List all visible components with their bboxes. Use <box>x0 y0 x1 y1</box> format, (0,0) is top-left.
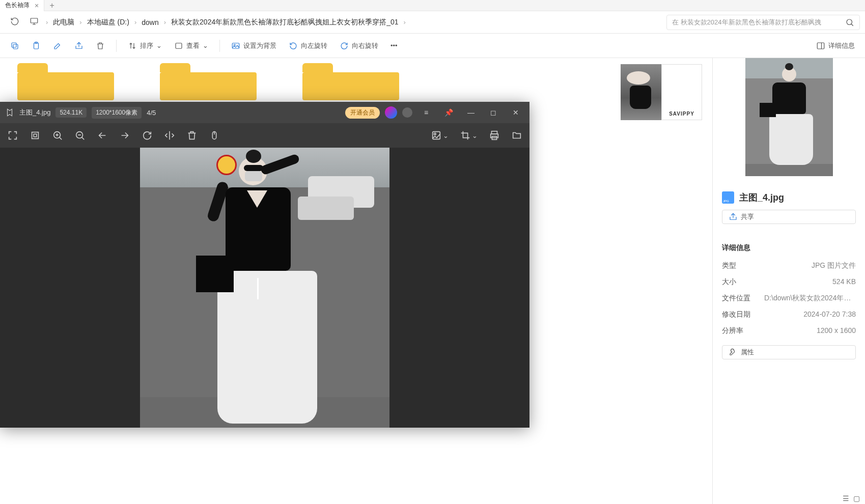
paste-button[interactable] <box>26 38 46 53</box>
prev-button[interactable] <box>97 130 108 141</box>
svg-rect-3 <box>12 43 16 47</box>
chevron-right-icon: › <box>77 18 83 26</box>
chevron-right-icon: › <box>162 18 168 26</box>
divider <box>219 40 220 52</box>
viewer-image-area[interactable] <box>0 148 529 428</box>
refresh-icon[interactable] <box>5 17 24 27</box>
jpg-icon <box>722 191 734 204</box>
minimize-button[interactable]: — <box>462 108 480 117</box>
rotate-button[interactable] <box>142 130 153 141</box>
details-section-title: 详细信息 <box>722 243 856 253</box>
monitor-icon[interactable] <box>24 17 44 27</box>
rotate-right-button[interactable]: 向右旋转 <box>334 38 383 53</box>
prop-date: 修改日期2024-07-20 7:38 <box>722 306 856 323</box>
svg-point-8 <box>234 44 235 46</box>
toolbar: 排序⌄ 查看⌄ 设置为背景 向左旋转 向右旋转 ••• 详细信息 <box>0 34 865 58</box>
svg-rect-0 <box>31 18 38 23</box>
viewer-filename: 主图_4.jpg <box>19 108 50 117</box>
browser-tab[interactable]: 色长袖薄 × <box>0 0 44 11</box>
address-bar: › 此电脑 › 本地磁盘 (D:) › down › 秋装女款2024年新款黑色… <box>0 11 865 34</box>
zoom-in-button[interactable] <box>52 130 63 141</box>
list-view-icon[interactable]: ☰ <box>843 494 849 502</box>
new-tab-button[interactable]: + <box>44 1 60 10</box>
sort-button[interactable]: 排序⌄ <box>123 38 167 53</box>
details-panel: 主图_4.jpg 共享 详细信息 类型JPG 图片文件 大小524 KB 文件位… <box>712 58 865 504</box>
search-placeholder: 在 秋装女款2024年新款黑色长袖薄款打底衫酷飒拽 <box>672 18 845 27</box>
properties-button[interactable]: 属性 <box>722 345 856 359</box>
share-button[interactable] <box>69 38 89 53</box>
search-input[interactable]: 在 秋装女款2024年新款黑色长袖薄款打底衫酷飒拽 <box>666 15 860 30</box>
app-icon <box>5 108 14 117</box>
share-button[interactable]: 共享 <box>722 210 856 224</box>
svg-rect-6 <box>176 43 182 48</box>
fullscreen-button[interactable] <box>7 130 18 141</box>
delete-button[interactable] <box>186 130 198 141</box>
delete-button[interactable] <box>91 38 110 53</box>
status-bar: ☰ ▢ <box>838 493 865 504</box>
vip-button[interactable]: 开通会员 <box>345 107 380 119</box>
set-wallpaper-button[interactable]: 设置为背景 <box>226 38 282 53</box>
crop-button[interactable]: ⌄ <box>460 130 478 141</box>
tab-close-button[interactable]: × <box>35 2 39 10</box>
close-button[interactable]: ✕ <box>507 108 524 117</box>
svg-point-16 <box>434 133 436 135</box>
svg-rect-2 <box>13 44 18 49</box>
maximize-button[interactable]: ◻ <box>485 108 502 117</box>
user-avatar[interactable] <box>385 106 397 119</box>
mouse-button[interactable] <box>209 130 220 141</box>
tab-bar: 色长袖薄 × + <box>0 0 865 11</box>
print-button[interactable] <box>489 130 500 141</box>
status-dot <box>402 107 412 118</box>
viewer-toolbar: ⌄ ⌄ <box>0 123 529 148</box>
chevron-right-icon: › <box>402 18 408 26</box>
chevron-right-icon: › <box>44 18 50 26</box>
copy-button[interactable] <box>5 38 24 53</box>
prop-type: 类型JPG 图片文件 <box>722 258 856 274</box>
svg-rect-11 <box>32 132 39 139</box>
chevron-right-icon: › <box>132 18 138 26</box>
details-toggle-button[interactable]: 详细信息 <box>811 38 860 53</box>
flip-button[interactable] <box>164 130 175 141</box>
tab-title: 色长袖薄 <box>5 1 30 10</box>
menu-icon[interactable]: ≡ <box>417 108 435 117</box>
grid-view-icon[interactable]: ▢ <box>853 494 860 502</box>
brand-label: SAVIPPY <box>661 64 702 120</box>
fit-button[interactable] <box>30 130 41 141</box>
svg-rect-17 <box>492 131 497 134</box>
pin-icon[interactable]: 📌 <box>440 108 457 117</box>
preview-thumbnail <box>745 58 833 176</box>
rotate-left-button[interactable]: 向左旋转 <box>284 38 332 53</box>
rename-button[interactable] <box>48 38 67 53</box>
view-button[interactable]: 查看⌄ <box>169 38 213 53</box>
svg-point-1 <box>847 19 852 25</box>
chevron-down-icon: ⌄ <box>203 42 208 49</box>
viewer-titlebar[interactable]: 主图_4.jpg 524.11K 1200*1600像素 4/5 开通会员 ≡ … <box>0 102 529 123</box>
image-thumbnail[interactable]: SAVIPPY <box>621 64 702 120</box>
breadcrumb-item[interactable]: 本地磁盘 (D:) <box>84 18 132 27</box>
chevron-down-icon: ⌄ <box>156 42 162 49</box>
displayed-image <box>140 148 389 428</box>
image-tools-button[interactable]: ⌄ <box>431 130 449 141</box>
zoom-out-button[interactable] <box>74 130 86 141</box>
prop-resolution: 分辨率1200 x 1600 <box>722 323 856 339</box>
viewer-dimensions: 1200*1600像素 <box>92 107 142 119</box>
divider <box>116 40 117 52</box>
more-button[interactable]: ••• <box>385 39 403 52</box>
prop-location: 文件位置D:\down\秋装女款2024年新... <box>722 290 856 306</box>
breadcrumb-item[interactable]: 此电脑 <box>50 18 77 27</box>
image-viewer-window: 主图_4.jpg 524.11K 1200*1600像素 4/5 开通会员 ≡ … <box>0 102 529 428</box>
more-icon: ••• <box>390 42 398 49</box>
viewer-position: 4/5 <box>147 109 156 117</box>
search-icon <box>845 18 854 27</box>
panel-filename-row: 主图_4.jpg <box>722 191 856 204</box>
breadcrumb-item[interactable]: 秋装女款2024年新款黑色长袖薄款打底衫酷飒拽姐上衣女初秋季穿搭_01 <box>168 18 402 27</box>
viewer-filesize: 524.11K <box>55 107 87 118</box>
folder-button[interactable] <box>511 130 522 141</box>
next-button[interactable] <box>119 130 130 141</box>
panel-filename: 主图_4.jpg <box>739 191 784 204</box>
breadcrumb-item[interactable]: down <box>138 18 161 26</box>
prop-size: 大小524 KB <box>722 274 856 290</box>
svg-rect-9 <box>817 43 824 49</box>
